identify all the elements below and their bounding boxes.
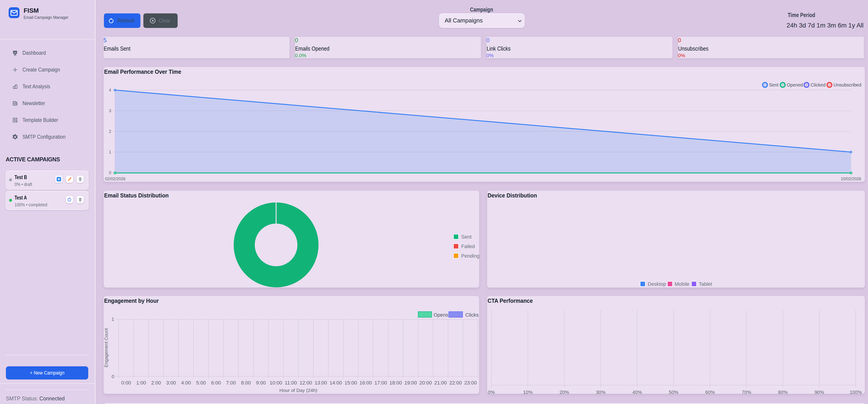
svg-text:10%: 10% <box>523 389 533 394</box>
svg-text:6:00: 6:00 <box>211 380 221 385</box>
svg-text:90%: 90% <box>814 389 824 394</box>
svg-text:70%: 70% <box>742 389 751 394</box>
svg-text:100%: 100% <box>849 389 862 394</box>
svg-text:2: 2 <box>109 129 111 134</box>
svg-text:0: 0 <box>109 170 111 175</box>
svg-text:19:00: 19:00 <box>404 380 417 385</box>
svg-text:1:00: 1:00 <box>136 380 146 385</box>
svg-text:10:00: 10:00 <box>270 380 282 385</box>
svg-text:1: 1 <box>109 150 111 154</box>
svg-text:Sent: Sent <box>461 234 471 240</box>
svg-text:3: 3 <box>109 109 111 113</box>
svg-text:Failed: Failed <box>461 243 475 249</box>
svg-text:40%: 40% <box>632 389 642 394</box>
svg-text:60%: 60% <box>705 389 715 394</box>
svg-text:22:00: 22:00 <box>449 380 462 385</box>
svg-text:12:00: 12:00 <box>300 380 312 385</box>
svg-text:3:00: 3:00 <box>166 380 176 385</box>
svg-text:Hour of Day (24h): Hour of Day (24h) <box>279 388 317 393</box>
svg-text:0:00: 0:00 <box>121 380 131 385</box>
svg-text:23:00: 23:00 <box>464 380 477 385</box>
svg-text:0: 0 <box>112 374 114 379</box>
svg-text:7:00: 7:00 <box>226 380 236 385</box>
svg-text:Mobile: Mobile <box>675 281 689 287</box>
svg-text:10/02/2026: 10/02/2026 <box>841 177 861 181</box>
svg-text:80%: 80% <box>778 389 788 394</box>
svg-text:8:00: 8:00 <box>241 380 251 385</box>
svg-text:Opens: Opens <box>434 312 448 318</box>
svg-text:Clicked: Clicked <box>811 82 826 87</box>
svg-text:15:00: 15:00 <box>344 380 357 385</box>
svg-text:Opened: Opened <box>787 82 803 87</box>
svg-text:5:00: 5:00 <box>196 380 206 385</box>
svg-text:Sent: Sent <box>769 82 779 87</box>
svg-text:1: 1 <box>112 317 114 322</box>
svg-text:02/02/2026: 02/02/2026 <box>105 177 125 181</box>
svg-text:4: 4 <box>109 88 111 92</box>
svg-text:50%: 50% <box>669 389 678 394</box>
svg-text:Unsubscribed: Unsubscribed <box>834 82 861 87</box>
svg-text:Desktop: Desktop <box>648 281 666 287</box>
svg-text:2:00: 2:00 <box>151 380 161 385</box>
svg-text:18:00: 18:00 <box>389 380 402 385</box>
svg-text:20%: 20% <box>559 389 569 394</box>
svg-text:14:00: 14:00 <box>330 380 342 385</box>
svg-text:11:00: 11:00 <box>285 380 297 385</box>
svg-text:Clicks: Clicks <box>465 312 479 318</box>
svg-text:21:00: 21:00 <box>434 380 447 385</box>
svg-text:4:00: 4:00 <box>181 380 191 385</box>
svg-text:20:00: 20:00 <box>419 380 432 385</box>
svg-text:16:00: 16:00 <box>359 380 372 385</box>
svg-text:Engagement Count: Engagement Count <box>104 328 109 367</box>
svg-text:30%: 30% <box>596 389 606 394</box>
svg-text:13:00: 13:00 <box>314 380 327 385</box>
svg-text:Pending: Pending <box>461 253 479 259</box>
svg-text:17:00: 17:00 <box>374 380 387 385</box>
svg-text:9:00: 9:00 <box>256 380 266 385</box>
svg-text:Tablet: Tablet <box>699 281 712 287</box>
svg-text:0%: 0% <box>488 389 495 394</box>
